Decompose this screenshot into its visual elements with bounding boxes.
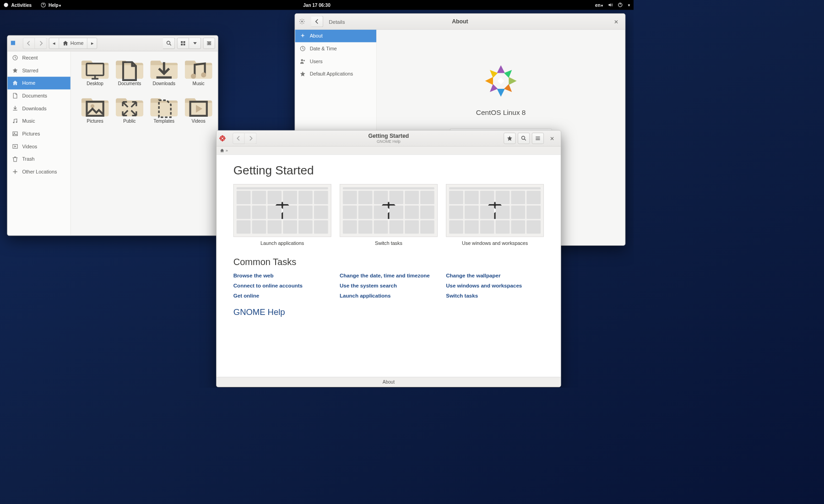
video-card[interactable]: Use windows and workspaces <box>446 184 544 246</box>
folder-label: Videos <box>191 119 205 124</box>
settings-item-default-applications[interactable]: Default Applications <box>295 68 376 81</box>
settings-item-users[interactable]: Users <box>295 55 376 68</box>
nav-forward-button[interactable] <box>35 38 47 49</box>
power-icon[interactable] <box>618 2 623 7</box>
path-forward-icon[interactable]: ▸ <box>87 38 97 49</box>
settings-title: About <box>452 18 468 25</box>
videos-icon <box>12 144 18 149</box>
menu-button[interactable] <box>532 133 544 144</box>
home-icon[interactable] <box>220 148 224 152</box>
folder-downloads[interactable]: Downloads <box>150 59 178 87</box>
system-menu-caret-icon[interactable]: ▾ <box>628 3 630 7</box>
path-segment-home[interactable]: Home <box>59 38 87 49</box>
section-heading: Common Tasks <box>233 257 544 268</box>
sidebar-item-label: Trash <box>22 156 34 162</box>
activities-button[interactable]: Activities <box>11 2 32 8</box>
folder-public[interactable]: Public <box>116 96 143 124</box>
settings-item-about[interactable]: About <box>295 30 376 43</box>
music-icon <box>185 61 212 81</box>
video-card[interactable]: Switch tasks <box>340 184 438 246</box>
volume-icon[interactable] <box>608 2 613 7</box>
task-link[interactable]: Launch applications <box>340 293 438 299</box>
star-icon <box>300 71 305 76</box>
view-toggle-button[interactable] <box>177 38 189 49</box>
close-button[interactable]: ✕ <box>203 38 215 49</box>
path-bar[interactable]: ◂ Home ▸ <box>49 38 98 49</box>
input-source-indicator[interactable]: en▾ <box>595 2 603 8</box>
gnome-logo-icon <box>4 2 9 7</box>
videos-icon <box>185 98 212 119</box>
sidebar-item-trash[interactable]: Trash <box>7 153 70 166</box>
sidebar-item-recent[interactable]: Recent <box>7 51 70 64</box>
sidebar-item-home[interactable]: Home <box>7 77 70 90</box>
folder-label: Music <box>193 81 205 87</box>
folder-desktop[interactable]: Desktop <box>81 59 109 87</box>
public-icon <box>116 98 143 119</box>
app-menu[interactable]: Help▾ <box>49 2 61 8</box>
folder-label: Public <box>123 119 136 124</box>
bookmark-button[interactable] <box>504 133 515 144</box>
sidebar-item-downloads[interactable]: Downloads <box>7 102 70 115</box>
task-link[interactable]: Switch tasks <box>446 293 544 299</box>
nav-back-button[interactable] <box>23 38 35 49</box>
home-icon <box>12 80 18 86</box>
folder-music[interactable]: Music <box>185 59 212 87</box>
close-button[interactable]: ✕ <box>546 133 558 144</box>
files-app-icon <box>10 40 16 47</box>
task-link[interactable]: Connect to online accounts <box>233 282 331 288</box>
task-link[interactable]: Use windows and workspaces <box>446 282 544 288</box>
trash-icon <box>12 156 18 162</box>
folder-label: Desktop <box>87 81 103 87</box>
sidebar-item-documents[interactable]: Documents <box>7 89 70 102</box>
help-window: Getting Started GNOME Help ✕ » Getting S… <box>216 130 561 387</box>
sparkle-icon <box>300 33 305 38</box>
task-link[interactable]: Change the wallpaper <box>446 272 544 278</box>
nav-back-button[interactable] <box>233 133 244 144</box>
files-view[interactable]: DesktopDocumentsDownloadsMusicPicturesPu… <box>71 51 218 235</box>
nav-forward-button[interactable] <box>244 133 256 144</box>
play-icon <box>487 202 504 219</box>
desktop-icon <box>81 61 109 81</box>
breadcrumb-sep: » <box>226 148 228 153</box>
back-button[interactable] <box>311 16 323 27</box>
path-back-icon[interactable]: ◂ <box>49 38 60 49</box>
settings-item-label: Date & Time <box>310 46 337 51</box>
task-link[interactable]: Use the system search <box>340 282 438 288</box>
sidebar-item-videos[interactable]: Videos <box>7 140 70 153</box>
close-button[interactable]: ✕ <box>610 16 622 27</box>
star-icon <box>12 68 18 73</box>
sidebar-item-pictures[interactable]: Pictures <box>7 127 70 140</box>
sidebar-item-music[interactable]: Music <box>7 115 70 128</box>
gnome-help-link[interactable]: GNOME Help <box>233 307 544 317</box>
sidebar-item-label: Pictures <box>22 131 40 136</box>
settings-item-label: About <box>310 33 323 38</box>
task-link[interactable]: Change the date, time and timezone <box>340 272 438 278</box>
task-link[interactable]: Get online <box>233 293 331 299</box>
users-icon <box>300 59 305 64</box>
svg-point-19 <box>4 3 8 7</box>
folder-templates[interactable]: Templates <box>150 96 178 124</box>
settings-headerbar: Details About ✕ <box>295 14 625 30</box>
folder-videos[interactable]: Videos <box>185 96 212 124</box>
sidebar-item-starred[interactable]: Starred <box>7 64 70 77</box>
sidebar-item-other-locations[interactable]: Other Locations <box>7 165 70 178</box>
files-window: ◂ Home ▸ ✕ RecentStarredHomeDocumentsDow… <box>7 35 218 236</box>
folder-pictures[interactable]: Pictures <box>81 96 109 124</box>
documents-icon <box>116 61 143 81</box>
video-thumbnail <box>233 184 331 237</box>
view-options-button[interactable] <box>189 38 201 49</box>
video-card[interactable]: Launch applications <box>233 184 331 246</box>
search-button[interactable] <box>163 38 175 49</box>
folder-documents[interactable]: Documents <box>116 59 143 87</box>
video-thumbnail <box>446 184 544 237</box>
video-label: Launch applications <box>260 240 304 246</box>
templates-icon <box>150 98 178 119</box>
search-button[interactable] <box>518 133 530 144</box>
settings-item-label: Users <box>310 59 323 64</box>
folder-label: Templates <box>154 119 175 124</box>
clock[interactable]: Jan 17 06:30 <box>303 2 330 8</box>
page-heading: Getting Started <box>233 163 544 177</box>
pictures-icon <box>12 131 18 136</box>
task-link[interactable]: Browse the web <box>233 272 331 278</box>
settings-item-date-time[interactable]: Date & Time <box>295 42 376 55</box>
